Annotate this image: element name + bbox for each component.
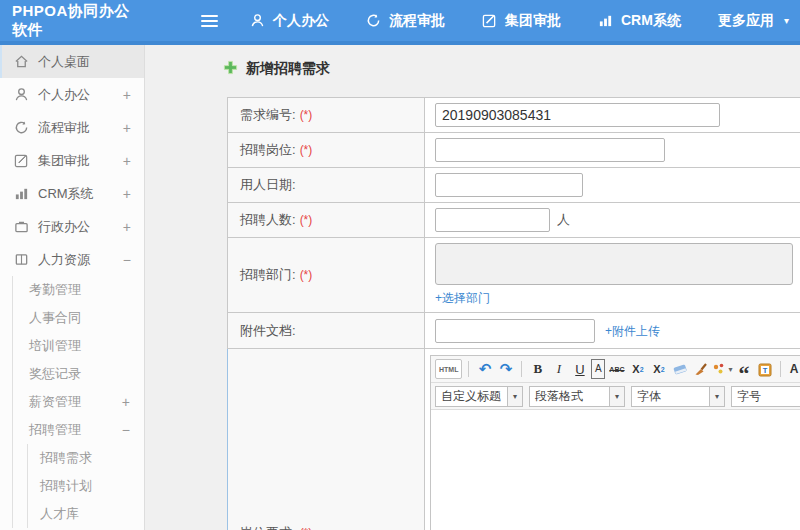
sidebar-item-personal-office[interactable]: 个人办公 + — [0, 78, 144, 111]
form-row-position: 招聘岗位:(*) — [228, 133, 800, 168]
attachment-input[interactable] — [435, 319, 595, 343]
nav-workflow-approval[interactable]: 流程审批 — [366, 12, 445, 30]
bold-button[interactable]: B — [528, 359, 547, 379]
home-icon — [13, 54, 29, 69]
italic-button[interactable]: I — [549, 359, 568, 379]
sidebar-item-training[interactable]: 培训管理 — [13, 332, 144, 360]
workflow-icon — [13, 120, 29, 135]
person-icon — [13, 87, 29, 102]
sidebar-item-personnel-contract[interactable]: 人事合同 — [13, 304, 144, 332]
sidebar-item-workflow-approval[interactable]: 流程审批 + — [0, 111, 144, 144]
workflow-icon — [366, 13, 381, 28]
form-row-hire-date: 用人日期: — [228, 168, 800, 203]
chevron-down-icon: ▾ — [609, 387, 624, 406]
eraser-icon[interactable] — [670, 359, 689, 379]
required-mark: (*) — [300, 143, 313, 157]
expand-icon[interactable]: + — [123, 87, 131, 103]
undo-icon[interactable]: ↶ — [475, 359, 494, 379]
editor-toolbar-row2: 自定义标题 ▾ 段落格式 ▾ 字体 ▾ — [431, 383, 800, 410]
blockquote-button[interactable]: “ — [734, 359, 753, 379]
strikethrough-button[interactable]: ABC — [607, 359, 626, 379]
field-label: 岗位要求:(*) — [228, 349, 425, 530]
headcount-input[interactable] — [435, 208, 550, 232]
sidebar-item-talent-pool[interactable]: 人才库 — [28, 500, 144, 528]
add-icon — [223, 60, 238, 78]
chevron-down-icon: ▾ — [709, 387, 724, 406]
headcount-unit: 人 — [557, 212, 570, 227]
editor-content-area[interactable] — [431, 410, 800, 530]
sidebar-item-rewards[interactable]: 奖惩记录 — [13, 360, 144, 388]
form-row-attachment: 附件文档: +附件上传 — [228, 313, 800, 349]
nav-more-apps[interactable]: 更多应用 ▾ — [718, 12, 789, 30]
department-textarea[interactable] — [435, 243, 793, 285]
nav-crm-system[interactable]: CRM系统 — [598, 12, 681, 30]
top-header: PHPOA协同办公软件 个人办公 流程审批 集团审批 CRM系统 — [0, 0, 800, 45]
border-text-button[interactable]: A — [591, 359, 605, 379]
sidebar-item-salary[interactable]: 薪资管理 + — [13, 388, 144, 416]
sidebar-item-label: 个人桌面 — [38, 53, 90, 71]
expand-icon[interactable]: + — [123, 153, 131, 169]
font-family-select[interactable]: 字体 ▾ — [631, 386, 725, 407]
expand-icon[interactable]: + — [123, 219, 131, 235]
demand-number-input[interactable] — [435, 103, 720, 127]
sidebar-item-label: 流程审批 — [38, 119, 90, 137]
paragraph-format-select[interactable]: 段落格式 ▾ — [529, 386, 625, 407]
sidebar-item-label: 集团审批 — [38, 152, 90, 170]
sidebar-item-label: 奖惩记录 — [29, 365, 81, 383]
color-splash-icon[interactable]: ▾ — [712, 359, 732, 379]
hire-date-input[interactable] — [435, 173, 583, 197]
rich-text-editor: HTML ↶ ↷ B I U A ABC X2 X2 — [430, 355, 800, 530]
expand-icon[interactable]: + — [122, 394, 130, 410]
editor-toolbar-row1: HTML ↶ ↷ B I U A ABC X2 X2 — [431, 356, 800, 383]
briefcase-icon — [13, 219, 29, 234]
nav-personal-office[interactable]: 个人办公 — [250, 12, 329, 30]
book-icon — [13, 252, 29, 267]
nav-label: 更多应用 — [718, 12, 774, 30]
sidebar-item-label: 人才库 — [40, 505, 79, 523]
sidebar-item-personal-desktop[interactable]: 个人桌面 — [0, 45, 144, 78]
required-mark: (*) — [300, 526, 313, 530]
app-logo: PHPOA协同办公软件 — [0, 2, 145, 40]
select-department-link[interactable]: +选择部门 — [435, 290, 490, 307]
font-color-button[interactable]: A▾ — [787, 359, 800, 379]
collapse-icon[interactable]: − — [122, 422, 130, 438]
underline-button[interactable]: U — [570, 359, 589, 379]
sidebar: 个人桌面 个人办公 + 流程审批 + 集团审批 + — [0, 45, 145, 530]
sidebar-item-admin-office[interactable]: 行政办公 + — [0, 210, 144, 243]
top-nav: 个人办公 流程审批 集团审批 CRM系统 更多应用 ▾ — [250, 12, 789, 30]
edit-icon — [13, 153, 29, 168]
chevron-down-icon: ▾ — [507, 387, 522, 406]
attachment-upload-link[interactable]: +附件上传 — [605, 324, 660, 338]
nav-label: 流程审批 — [389, 12, 445, 30]
sidebar-item-attendance[interactable]: 考勤管理 — [13, 276, 144, 304]
sidebar-item-human-resources[interactable]: 人力资源 − — [0, 243, 144, 276]
html-source-button[interactable]: HTML — [435, 359, 462, 379]
sidebar-item-recruit-plan[interactable]: 招聘计划 — [28, 472, 144, 500]
sidebar-item-crm-system[interactable]: CRM系统 + — [0, 177, 144, 210]
paste-text-icon[interactable]: T — [755, 359, 774, 379]
sidebar-item-label: 招聘计划 — [40, 477, 92, 495]
redo-icon[interactable]: ↷ — [496, 359, 515, 379]
field-label: 招聘岗位:(*) — [228, 133, 425, 168]
font-size-select[interactable]: 字号 ▾ — [731, 386, 800, 407]
hamburger-menu-icon[interactable] — [201, 15, 218, 27]
recruit-demand-form: 需求编号:(*) 招聘岗位:(*) 用人日期: — [227, 97, 800, 530]
nav-group-approval[interactable]: 集团审批 — [482, 12, 561, 30]
sidebar-item-label: 培训管理 — [29, 337, 81, 355]
form-row-department: 招聘部门:(*) +选择部门 — [228, 238, 800, 313]
expand-icon[interactable]: + — [123, 186, 131, 202]
chevron-down-icon: ▾ — [784, 15, 789, 26]
expand-icon[interactable]: + — [123, 120, 131, 136]
subscript-button[interactable]: X2 — [649, 359, 668, 379]
required-mark: (*) — [300, 108, 313, 122]
position-input[interactable] — [435, 138, 665, 162]
custom-heading-select[interactable]: 自定义标题 ▾ — [435, 386, 523, 407]
superscript-button[interactable]: X2 — [628, 359, 647, 379]
sidebar-item-group-approval[interactable]: 集团审批 + — [0, 144, 144, 177]
field-label: 招聘部门:(*) — [228, 238, 425, 313]
format-brush-icon[interactable] — [691, 359, 710, 379]
sidebar-item-recruit-demand[interactable]: 招聘需求 — [28, 444, 144, 472]
sidebar-item-recruit-management[interactable]: 招聘管理 − — [13, 416, 144, 444]
collapse-icon[interactable]: − — [123, 252, 131, 268]
field-label: 需求编号:(*) — [228, 98, 425, 133]
